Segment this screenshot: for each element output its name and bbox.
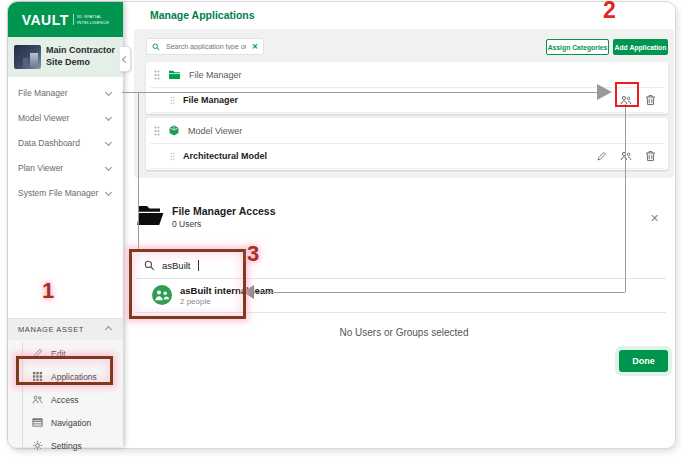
chevron-up-icon <box>105 326 112 333</box>
empty-state-text: No Users or Groups selected <box>134 327 674 338</box>
chevron-down-icon <box>105 189 112 196</box>
annotation-line-horizontal-1 <box>122 92 598 93</box>
annotation-number-3: 3 <box>247 241 259 267</box>
annotation-box-step3 <box>129 249 246 319</box>
cube-icon <box>168 124 180 137</box>
sidebar-item-data-dashboard[interactable]: Data Dashboard <box>8 130 123 155</box>
assign-categories-button[interactable]: Assign Categories <box>546 39 609 55</box>
annotation-line-vertical-2 <box>625 104 626 292</box>
row-actions <box>596 144 656 168</box>
sidebar-nav: File Manager Model Viewer Data Dashboard… <box>8 80 123 205</box>
drag-handle-icon[interactable] <box>170 96 175 105</box>
annotation-arrow-right-icon <box>597 84 612 100</box>
vault-logo: VAULT <box>22 12 69 28</box>
app-name: Architectural Model <box>183 151 267 161</box>
vault-tagline: 3D SPATIAL INTELLIGENCE <box>73 14 110 25</box>
site-name: Main Contractor Site Demo <box>46 45 115 68</box>
application-search-input[interactable] <box>164 42 248 51</box>
chevron-down-icon <box>105 139 112 146</box>
drag-handle-icon[interactable] <box>154 70 160 80</box>
sidebar-item-model-viewer[interactable]: Model Viewer <box>8 105 123 130</box>
sidebar-item-system-file-manager[interactable]: System File Manager <box>8 180 123 205</box>
row-divider <box>150 168 664 169</box>
app-screenshot: VAULT 3D SPATIAL INTELLIGENCE Main Contr… <box>0 0 688 458</box>
brand-header: VAULT 3D SPATIAL INTELLIGENCE <box>8 2 123 37</box>
edit-pencil-icon[interactable] <box>596 151 607 162</box>
trash-icon[interactable] <box>645 150 656 162</box>
group-row-file-manager[interactable]: File Manager <box>146 62 668 87</box>
gear-icon <box>32 440 43 451</box>
chevron-left-icon <box>121 55 128 62</box>
sidebar-item-settings[interactable]: Settings <box>8 434 123 457</box>
clear-search-icon[interactable]: ✕ <box>252 42 258 51</box>
sidebar-item-file-manager[interactable]: File Manager <box>8 80 123 105</box>
sidebar-item-plan-viewer[interactable]: Plan Viewer <box>8 155 123 180</box>
chevron-down-icon <box>105 114 112 121</box>
modal-title: File Manager Access <box>172 205 276 217</box>
group-label: File Manager <box>189 70 242 80</box>
page-title: Manage Applications <box>150 9 255 21</box>
group-row-model-viewer[interactable]: Model Viewer <box>146 118 668 143</box>
annotation-line-horizontal-2 <box>252 292 625 293</box>
folder-icon <box>168 69 181 80</box>
row-divider <box>150 112 664 113</box>
trash-icon[interactable] <box>645 94 656 106</box>
add-application-button[interactable]: Add Application <box>613 39 668 55</box>
modal-user-count: 0 Users <box>172 219 201 229</box>
drag-handle-icon[interactable] <box>170 152 175 161</box>
close-icon[interactable]: ✕ <box>650 212 659 225</box>
application-card-file-manager: File Manager File Manager <box>146 62 668 114</box>
annotation-box-step1 <box>16 356 113 385</box>
thumbnail-building <box>30 53 38 67</box>
table-icon <box>32 417 43 428</box>
group-label: Model Viewer <box>188 126 242 136</box>
search-icon <box>152 43 160 51</box>
done-button[interactable]: Done <box>619 350 668 372</box>
sidebar-collapse-handle[interactable] <box>120 46 131 72</box>
drag-handle-icon[interactable] <box>154 126 160 136</box>
thumbnail-building-2 <box>23 58 28 67</box>
site-selector[interactable]: Main Contractor Site Demo <box>8 37 123 77</box>
application-card-model-viewer: Model Viewer Architectural Model <box>146 118 668 170</box>
app-row-architectural-model[interactable]: Architectural Model <box>146 144 668 168</box>
annotation-number-2: 2 <box>603 0 616 24</box>
people-icon <box>32 394 43 405</box>
access-users-icon[interactable] <box>620 150 632 162</box>
manage-asset-header[interactable]: MANAGE ASSET <box>8 319 123 340</box>
application-search[interactable]: ✕ <box>146 38 264 55</box>
open-folder-icon <box>136 202 164 228</box>
annotation-number-1: 1 <box>42 278 54 304</box>
app-name: File Manager <box>183 95 238 105</box>
chevron-down-icon <box>105 164 112 171</box>
sidebar-item-navigation[interactable]: Navigation <box>8 411 123 434</box>
sidebar-item-access[interactable]: Access <box>8 388 123 411</box>
annotation-box-step2 <box>615 82 639 107</box>
annotation-line-vertical-1 <box>138 92 139 252</box>
site-thumbnail <box>14 45 41 69</box>
chevron-down-icon <box>105 89 112 96</box>
